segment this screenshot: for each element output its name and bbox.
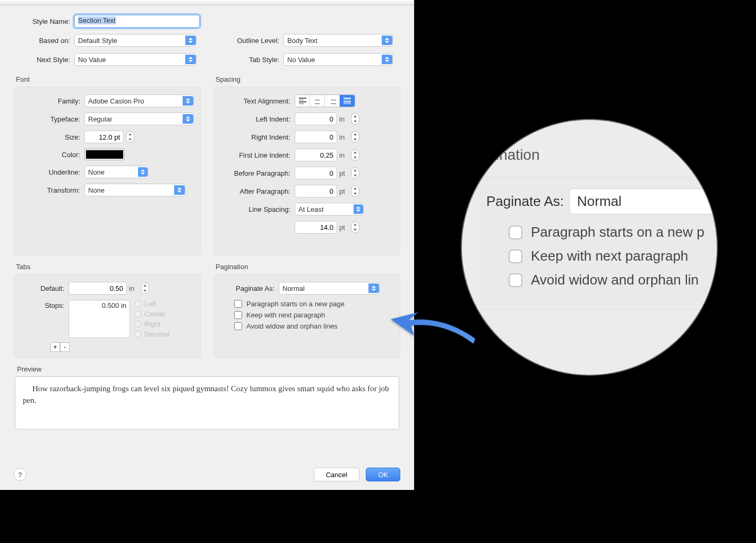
size-label: Size: bbox=[21, 133, 84, 141]
size-stepper[interactable] bbox=[126, 131, 134, 143]
text-alignment-segmented[interactable] bbox=[295, 94, 355, 107]
spacing-group: Text Alignment: Left Indent: in Right In… bbox=[213, 87, 400, 255]
help-button[interactable]: ? bbox=[14, 468, 27, 481]
first-line-indent-label: First Line Indent: bbox=[220, 151, 295, 159]
window-titlebar bbox=[0, 0, 414, 5]
color-well[interactable] bbox=[84, 149, 125, 160]
left-indent-input[interactable] bbox=[295, 113, 337, 125]
magnifier-callout: ination Paginate As: Normal Paragraph st… bbox=[462, 120, 717, 375]
lens-starts-new-page-checkbox: Paragraph starts on a new p bbox=[509, 224, 717, 240]
font-family-label: Family: bbox=[21, 97, 84, 105]
preview-box: How razorback-jumping frogs can level si… bbox=[15, 376, 399, 429]
line-spacing-amount-input[interactable] bbox=[295, 221, 337, 234]
tabs-stops-list[interactable]: 0.500 in bbox=[68, 300, 130, 338]
line-spacing-label: Line Spacing: bbox=[220, 205, 295, 213]
chevron-updown-icon bbox=[382, 36, 392, 45]
tabs-default-input[interactable] bbox=[68, 282, 127, 295]
after-paragraph-input[interactable] bbox=[295, 185, 337, 197]
lens-group-title: ination bbox=[496, 146, 717, 163]
pagination-group-title: Pagination bbox=[216, 263, 400, 271]
tabs-group: Default: in Stops: 0.500 in Left Center … bbox=[14, 274, 201, 358]
cancel-button[interactable]: Cancel bbox=[314, 468, 359, 481]
paginate-as-select[interactable]: Normal bbox=[279, 282, 380, 295]
align-right-button[interactable] bbox=[325, 95, 340, 107]
font-group: Family: Adobe Caslon Pro Typeface: Regul… bbox=[14, 87, 201, 255]
tab-style-label: Tab Style: bbox=[228, 56, 284, 64]
based-on-select[interactable]: Default Style bbox=[74, 34, 196, 47]
tab-stop-add-button[interactable]: + bbox=[50, 342, 60, 352]
paginate-as-label: Paginate As: bbox=[220, 285, 279, 292]
size-input[interactable] bbox=[84, 131, 124, 143]
ok-button[interactable]: OK bbox=[366, 468, 400, 481]
keep-with-next-checkbox[interactable]: Keep with next paragraph bbox=[234, 311, 393, 319]
text-alignment-label: Text Alignment: bbox=[220, 97, 295, 105]
line-spacing-select[interactable]: At Least bbox=[295, 203, 364, 216]
lens-avoid-widow-checkbox: Avoid widow and orphan lin bbox=[509, 272, 717, 288]
pagination-group: Paginate As: Normal Paragraph starts on … bbox=[213, 274, 400, 358]
right-indent-input[interactable] bbox=[295, 131, 337, 143]
tabs-default-stepper[interactable] bbox=[141, 282, 149, 294]
tab-style-select[interactable]: No Value bbox=[284, 53, 393, 66]
tab-align-right[interactable]: Right bbox=[134, 320, 169, 328]
left-indent-label: Left Indent: bbox=[220, 115, 295, 123]
starts-new-page-checkbox[interactable]: Paragraph starts on a new page bbox=[234, 300, 393, 308]
first-line-indent-input[interactable] bbox=[295, 149, 337, 161]
typeface-label: Typeface: bbox=[21, 115, 84, 123]
before-paragraph-input[interactable] bbox=[295, 167, 337, 179]
chevron-updown-icon bbox=[183, 96, 193, 106]
outline-level-select[interactable]: Body Text bbox=[284, 34, 393, 47]
before-paragraph-label: Before Paragraph: bbox=[220, 169, 295, 177]
font-family-select[interactable]: Adobe Caslon Pro bbox=[84, 94, 194, 107]
transform-select[interactable]: None bbox=[84, 184, 185, 196]
preview-title: Preview bbox=[17, 365, 399, 373]
lens-keep-with-next-checkbox: Keep with next paragraph bbox=[509, 248, 717, 264]
align-center-button[interactable] bbox=[310, 95, 325, 107]
right-indent-label: Right Indent: bbox=[220, 133, 295, 141]
next-style-label: Next Style: bbox=[14, 56, 74, 64]
chevron-updown-icon bbox=[354, 204, 363, 214]
spacing-group-title: Spacing bbox=[216, 75, 400, 83]
style-name-label: Style Name: bbox=[14, 18, 74, 25]
align-left-button[interactable] bbox=[295, 95, 310, 107]
tab-align-radios: Left Center Right Decimal bbox=[134, 300, 169, 340]
chevron-updown-icon bbox=[174, 185, 185, 195]
right-indent-stepper[interactable] bbox=[351, 131, 359, 143]
based-on-label: Based on: bbox=[14, 37, 74, 45]
chevron-updown-icon bbox=[382, 55, 392, 64]
chevron-updown-icon bbox=[138, 167, 148, 177]
color-label: Color: bbox=[21, 151, 84, 159]
tabs-default-label: Default: bbox=[21, 285, 68, 292]
underline-select[interactable]: None bbox=[84, 166, 148, 178]
chevron-updown-icon bbox=[183, 114, 193, 124]
outline-level-label: Outline Level: bbox=[228, 37, 284, 45]
tab-align-decimal[interactable]: Decimal bbox=[134, 330, 169, 338]
chevron-updown-icon bbox=[368, 283, 379, 293]
style-name-input[interactable]: Section Text bbox=[74, 15, 200, 28]
before-paragraph-stepper[interactable] bbox=[351, 167, 359, 179]
after-paragraph-label: After Paragraph: bbox=[220, 187, 295, 195]
left-indent-stepper[interactable] bbox=[351, 113, 359, 125]
transform-label: Transform: bbox=[21, 186, 84, 194]
chevron-updown-icon bbox=[185, 36, 196, 45]
lens-paginate-as-label: Paginate As: bbox=[480, 193, 569, 210]
tabs-stops-label: Stops: bbox=[21, 300, 68, 309]
typeface-select[interactable]: Regular bbox=[84, 113, 194, 125]
line-spacing-stepper[interactable] bbox=[351, 221, 359, 233]
align-justify-button[interactable] bbox=[340, 95, 355, 107]
underline-label: Underline: bbox=[21, 168, 84, 176]
style-editor-dialog: Style Name: Section Text Based on: Defau… bbox=[0, 0, 414, 490]
tab-align-center[interactable]: Center bbox=[134, 310, 169, 318]
tab-align-left[interactable]: Left bbox=[134, 300, 169, 308]
lens-paginate-as-select: Normal bbox=[569, 188, 717, 214]
tab-stop-remove-button[interactable]: - bbox=[60, 342, 70, 352]
avoid-widow-orphan-checkbox[interactable]: Avoid widow and orphan lines bbox=[234, 322, 393, 330]
first-line-indent-stepper[interactable] bbox=[351, 149, 359, 161]
next-style-select[interactable]: No Value bbox=[74, 53, 196, 66]
after-paragraph-stepper[interactable] bbox=[351, 185, 359, 197]
chevron-updown-icon bbox=[185, 55, 196, 64]
font-group-title: Font bbox=[16, 75, 201, 83]
tabs-group-title: Tabs bbox=[16, 263, 201, 271]
